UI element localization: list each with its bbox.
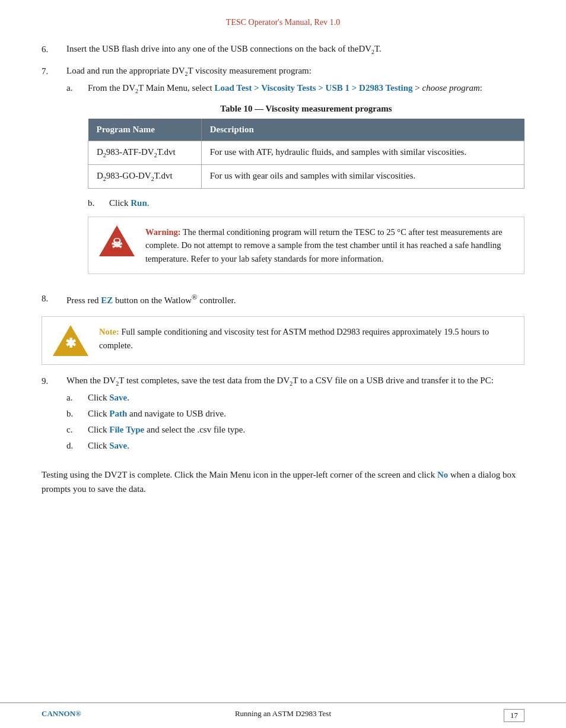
step-8-suffix: button on the Watlow® controller. — [113, 295, 236, 305]
table-header-desc: Description — [201, 119, 524, 141]
step-9-text: When the DV2T test completes, save the t… — [66, 376, 494, 385]
warning-body: The thermal conditioning program will re… — [145, 227, 503, 263]
step-7b-content: Click Run. — [109, 198, 524, 208]
step-9c: c. Click File Type and select the .csv f… — [66, 425, 524, 435]
programs-table: Program Name Description D2983-ATF-DV2T.… — [88, 119, 524, 189]
step-7-number: 7. — [42, 66, 66, 77]
asterisk-icon: ✱ — [62, 336, 79, 351]
no-link: No — [437, 470, 448, 479]
step-9c-prefix: Click — [88, 425, 109, 434]
footer-left: CANNON® — [42, 709, 163, 722]
footer-center: Running an ASTM D2983 Test — [163, 709, 404, 722]
step-6: 6. Insert the USB flash drive into any o… — [42, 44, 524, 55]
footer-cannon: CANNON® — [42, 709, 81, 718]
step-7: 7. Load and run the appropriate DV2T vis… — [42, 66, 524, 282]
step-8-number: 8. — [42, 293, 66, 304]
warning-triangle: ☠ — [99, 225, 135, 256]
table-header-name: Program Name — [88, 119, 202, 141]
run-link: Run — [131, 198, 147, 208]
table-row-2: D2983-GO-DV2T.dvt For us with gear oils … — [88, 165, 524, 189]
table-row-2-name: D2983-GO-DV2T.dvt — [88, 165, 202, 189]
step-9-number: 9. — [42, 376, 66, 386]
step-7-text: Load and run the appropriate DV2T viscos… — [66, 66, 311, 75]
table-caption: Table 10 — Viscosity measurement program… — [88, 104, 524, 114]
note-label: Note: — [99, 327, 119, 336]
warning-icon-container: ☠ — [99, 225, 135, 256]
menu-path-link: Load Test > Viscosity Tests > USB 1 > D2… — [214, 83, 412, 93]
step-9d-prefix: Click — [88, 441, 109, 450]
step-9c-label: c. — [66, 425, 88, 435]
table-row-1-desc: For use with ATF, hydraulic fluids, and … — [201, 141, 524, 165]
step-9d: d. Click Save. — [66, 441, 524, 451]
path-link: Path — [109, 409, 127, 418]
step-9a-label: a. — [66, 393, 88, 403]
header-title: TESC Operator's Manual, Rev 1.0 — [226, 18, 340, 27]
note-icon-container: ✱ — [53, 325, 88, 356]
note-text-content: Note: Full sample conditioning and visco… — [99, 325, 513, 352]
step-9c-content: Click File Type and select the .csv file… — [88, 425, 524, 435]
step-9d-content: Click Save. — [88, 441, 524, 451]
step-9b: b. Click Path and navigate to USB drive. — [66, 409, 524, 419]
table-row-1-name: D2983-ATF-DV2T.dvt — [88, 141, 202, 165]
step-9-content: When the DV2T test completes, save the t… — [66, 376, 524, 457]
step-6-content: Insert the USB flash drive into any one … — [66, 44, 524, 55]
step-7b: b. Click Run. — [88, 198, 524, 208]
step-6-text: Insert the USB flash drive into any one … — [66, 44, 381, 53]
page-header: TESC Operator's Manual, Rev 1.0 — [42, 18, 524, 27]
step-9b-prefix: Click — [88, 409, 109, 418]
warning-label: Warning: — [145, 227, 181, 237]
ez-link: EZ — [101, 295, 113, 305]
step-9b-label: b. — [66, 409, 88, 419]
footer-right: 17 — [404, 709, 525, 722]
step-7b-prefix: Click — [109, 198, 131, 208]
step-9a-suffix: . — [127, 393, 129, 402]
step-7a: a. From the DV2T Main Menu, select Load … — [66, 83, 524, 94]
file-type-link: File Type — [109, 425, 144, 434]
save-link-1: Save — [109, 393, 127, 402]
step-9b-content: Click Path and navigate to USB drive. — [88, 409, 524, 419]
step-9d-label: d. — [66, 441, 88, 451]
step-9: 9. When the DV2T test completes, save th… — [42, 376, 524, 457]
footer-page-number: 17 — [504, 709, 524, 722]
step-6-number: 6. — [42, 44, 66, 55]
page-footer: CANNON® Running an ASTM D2983 Test 17 — [0, 702, 566, 728]
step-9c-suffix: and select the .csv file type. — [144, 425, 245, 434]
closing-prefix: Testing using the DV2T is complete. Clic… — [42, 470, 437, 479]
step-7a-content: From the DV2T Main Menu, select Load Tes… — [88, 83, 524, 94]
step-9a: a. Click Save. — [66, 393, 524, 403]
save-link-2: Save — [109, 441, 127, 450]
step-9d-suffix: . — [127, 441, 129, 450]
choose-program-text: choose program — [422, 83, 479, 93]
step-8-content: Press red EZ button on the Watlow® contr… — [66, 293, 524, 306]
footer-section: Running an ASTM D2983 Test — [235, 709, 331, 718]
closing-paragraph: Testing using the DV2T is complete. Clic… — [42, 468, 524, 496]
step-7-content: Load and run the appropriate DV2T viscos… — [66, 66, 524, 282]
step-9b-suffix: and navigate to USB drive. — [127, 409, 226, 418]
note-box: ✱ Note: Full sample conditioning and vis… — [42, 316, 524, 365]
note-triangle: ✱ — [53, 325, 88, 356]
page-content: TESC Operator's Manual, Rev 1.0 6. Inser… — [0, 0, 566, 543]
step-7b-label: b. — [88, 198, 109, 208]
step-7a-label: a. — [66, 83, 88, 93]
step-9a-prefix: Click — [88, 393, 109, 402]
skull-icon: ☠ — [109, 236, 125, 252]
warning-box: ☠ Warning: The thermal conditioning prog… — [88, 217, 524, 274]
warning-text-content: Warning: The thermal conditioning progra… — [145, 225, 513, 265]
step-8-prefix: Press red — [66, 295, 101, 305]
table-row-2-desc: For us with gear oils and samples with s… — [201, 165, 524, 189]
step-7b-suffix: . — [147, 198, 150, 208]
step-8: 8. Press red EZ button on the Watlow® co… — [42, 293, 524, 306]
step-9a-content: Click Save. — [88, 393, 524, 403]
note-body: Full sample conditioning and viscosity t… — [99, 327, 489, 349]
table-row-1: D2983-ATF-DV2T.dvt For use with ATF, hyd… — [88, 141, 524, 165]
